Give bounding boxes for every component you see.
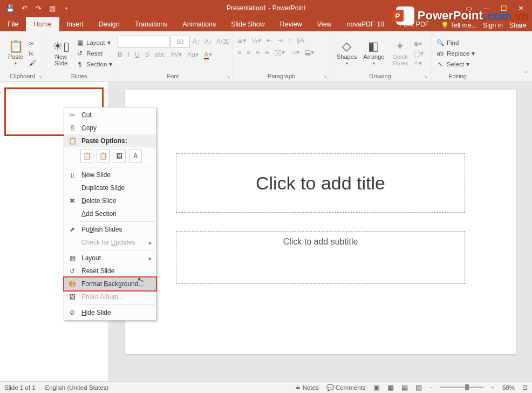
tab-animations[interactable]: Animations <box>175 17 223 31</box>
paste-text-icon[interactable]: A <box>129 150 142 162</box>
arrange-button[interactable]: ◧Arrange▾ <box>361 33 386 73</box>
undo-icon[interactable]: ↶ <box>19 4 29 12</box>
slideshow-view-icon[interactable]: ▧ <box>415 383 422 391</box>
layout-button[interactable]: ▦Layout ▾ <box>74 38 113 47</box>
clear-format-icon[interactable]: A⌫ <box>215 38 231 45</box>
shape-outline-icon[interactable]: ◯▾ <box>413 50 424 57</box>
subtitle-placeholder[interactable]: Click to add subtitle <box>176 231 465 284</box>
ribbon: 📋 Paste ▾ ✂ ⎘ 🖌 Clipboard↘ ☀▯ New Slide … <box>0 31 532 82</box>
shape-fill-icon[interactable]: ◉▾ <box>413 40 424 48</box>
tab-home[interactable]: Home <box>26 17 59 31</box>
change-case-icon[interactable]: Aa▾ <box>187 51 199 58</box>
tab-slideshow[interactable]: Slide Show <box>223 17 272 31</box>
cut-icon[interactable]: ✂ <box>29 40 36 48</box>
paste-button[interactable]: 📋 Paste ▾ <box>4 33 27 73</box>
slide[interactable]: Click to add title Click to add subtitle <box>125 90 516 354</box>
tab-file[interactable]: File <box>0 17 26 31</box>
tab-review[interactable]: Review <box>272 17 310 31</box>
save-icon[interactable]: 💾 <box>5 4 15 12</box>
ctx-hide-slide[interactable]: ⊘Hide Slide <box>64 306 156 319</box>
bold-icon[interactable]: B <box>118 51 122 58</box>
decrease-font-icon[interactable]: A↓ <box>203 38 214 45</box>
tab-design[interactable]: Design <box>91 17 127 31</box>
align-center-icon[interactable]: ≡ <box>247 49 250 56</box>
section-button[interactable]: ¶Section ▾ <box>74 60 113 69</box>
normal-view-icon[interactable]: ▣ <box>373 383 380 391</box>
smartart-icon[interactable]: ⬓▾ <box>305 49 314 56</box>
text-direction-icon[interactable]: ‖A <box>297 37 304 44</box>
zoom-level[interactable]: 58% <box>502 384 515 391</box>
tab-novapdf[interactable]: novaPDF 10 <box>339 17 392 31</box>
notes-button[interactable]: ≐ Notes <box>295 384 318 391</box>
start-from-beginning-icon[interactable]: ▧ <box>47 4 57 12</box>
group-clipboard: 📋 Paste ▾ ✂ ⎘ 🖌 Clipboard↘ <box>0 31 45 82</box>
drawing-dialog-icon[interactable]: ↘ <box>424 74 428 79</box>
quick-styles-button[interactable]: ✦Quick Styles <box>388 33 411 73</box>
delete-icon: ✖ <box>67 197 77 205</box>
ctx-duplicate-slide[interactable]: Duplicate Slide <box>64 181 156 194</box>
ctx-copy[interactable]: ⎘Copy <box>64 121 156 134</box>
redo-icon[interactable]: ↷ <box>33 4 43 12</box>
comments-button[interactable]: 💬 Comments <box>326 384 366 391</box>
font-dialog-icon[interactable]: ↘ <box>226 74 230 79</box>
paste-dest-theme-icon[interactable]: 📋 <box>80 150 93 162</box>
align-text-icon[interactable]: ▭▾ <box>290 49 299 56</box>
ctx-publish-slides[interactable]: ⬈Publish Slides <box>64 223 156 236</box>
tab-view[interactable]: View <box>310 17 339 31</box>
align-left-icon[interactable]: ≡ <box>237 49 241 56</box>
clipboard-dialog-icon[interactable]: ↘ <box>38 74 43 79</box>
title-placeholder[interactable]: Click to add title <box>176 153 465 213</box>
reading-view-icon[interactable]: ▤ <box>401 383 408 391</box>
italic-icon[interactable]: I <box>128 51 129 58</box>
zoom-in-icon[interactable]: + <box>491 384 495 391</box>
reset-button[interactable]: ↺Reset <box>74 49 113 58</box>
bullets-icon[interactable]: ≣▾ <box>237 37 246 44</box>
paragraph-dialog-icon[interactable]: ↘ <box>323 74 328 79</box>
ctx-layout[interactable]: ▦Layout▸ <box>64 252 156 265</box>
indent-dec-icon[interactable]: ⇤ <box>267 37 272 44</box>
font-family-combo[interactable] <box>118 36 169 48</box>
zoom-out-icon[interactable]: − <box>429 384 433 391</box>
align-right-icon[interactable]: ≡ <box>256 49 260 56</box>
numbering-icon[interactable]: ⅓▾ <box>251 37 261 44</box>
slide-indicator[interactable]: Slide 1 of 1 <box>4 384 36 391</box>
shape-effects-icon[interactable]: ✧▾ <box>413 59 424 67</box>
format-painter-icon[interactable]: 🖌 <box>29 59 36 67</box>
find-button[interactable]: 🔍Find <box>435 38 476 47</box>
sorter-view-icon[interactable]: ▦ <box>387 383 394 391</box>
line-spacing-icon[interactable]: ↕ <box>288 37 291 44</box>
ctx-add-section[interactable]: Add Section <box>64 207 156 220</box>
strike-icon[interactable]: abc <box>155 51 165 58</box>
new-slide-button[interactable]: ☀▯ New Slide <box>50 33 72 73</box>
increase-font-icon[interactable]: A↑ <box>191 38 202 45</box>
spacing-icon[interactable]: AV▾ <box>170 51 182 58</box>
font-color-icon[interactable]: A▾ <box>204 51 212 58</box>
cut-icon: ✂ <box>67 111 77 119</box>
tab-insert[interactable]: Insert <box>59 17 91 31</box>
ctx-new-slide[interactable]: ▯New Slide <box>64 168 156 181</box>
select-button[interactable]: ↖Select ▾ <box>435 60 476 69</box>
indent-inc-icon[interactable]: ⇥ <box>277 37 283 44</box>
zoom-slider[interactable] <box>440 387 483 388</box>
language-indicator[interactable]: English (United States) <box>45 384 109 391</box>
font-size-combo[interactable]: 60 <box>170 36 190 48</box>
slide-canvas[interactable]: Click to add title Click to add subtitle <box>108 82 532 381</box>
fit-window-icon[interactable]: ⊡ <box>522 384 528 391</box>
ctx-cut[interactable]: ✂Cut <box>64 109 156 121</box>
columns-icon[interactable]: ▯▯▾ <box>274 49 285 56</box>
ctx-paste-options: 📋 📋 🖼 A <box>64 147 156 166</box>
ctx-delete-slide[interactable]: ✖Delete Slide <box>64 194 156 207</box>
underline-icon[interactable]: U <box>135 51 140 58</box>
justify-icon[interactable]: ≡ <box>265 49 269 56</box>
shadow-icon[interactable]: S <box>145 51 149 58</box>
copy-icon: ⎘ <box>67 124 77 132</box>
tab-transitions[interactable]: Transitions <box>127 17 175 31</box>
publish-icon: ⬈ <box>67 226 77 233</box>
paste-picture-icon[interactable]: 🖼 <box>113 150 126 162</box>
qat-customize-icon[interactable]: ▾ <box>62 6 71 11</box>
collapse-ribbon-icon[interactable]: ˄ <box>524 71 528 78</box>
replace-button[interactable]: abReplace ▾ <box>435 49 476 58</box>
shapes-button[interactable]: ◇Shapes▾ <box>335 33 359 73</box>
paste-keep-source-icon[interactable]: 📋 <box>97 150 110 162</box>
copy-icon[interactable]: ⎘ <box>29 50 36 57</box>
